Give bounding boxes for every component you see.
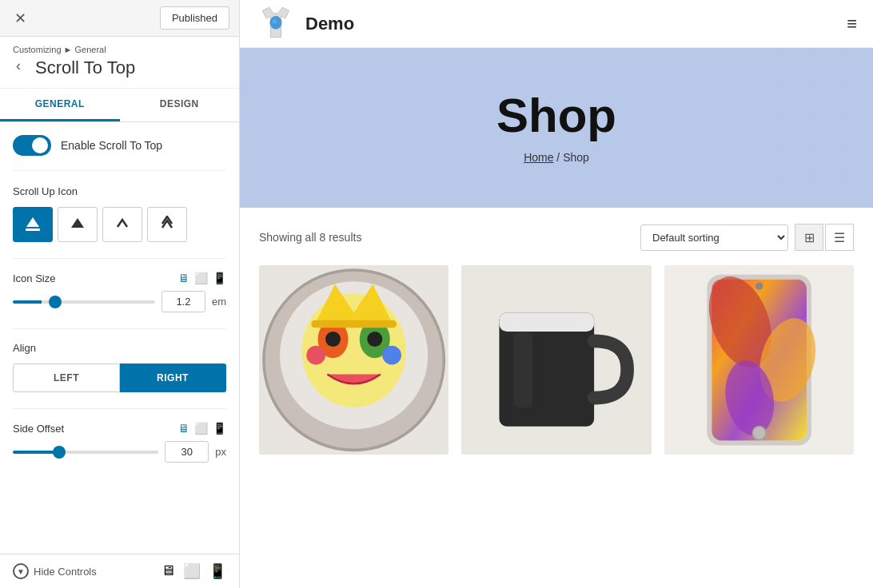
top-bar: ✕ Published — [0, 0, 239, 37]
view-toggle: ⊞ ☰ — [795, 224, 854, 251]
align-left-button[interactable]: LEFT — [13, 364, 120, 392]
icon-buttons-group — [13, 207, 226, 242]
tab-general[interactable]: GENERAL — [0, 89, 120, 121]
svg-marker-1 — [26, 217, 39, 227]
svg-rect-17 — [500, 312, 595, 332]
side-offset-slider[interactable] — [13, 451, 158, 454]
icon-button-2[interactable] — [58, 207, 98, 242]
shop-breadcrumb: Home / Shop — [524, 151, 589, 164]
svg-point-25 — [752, 427, 766, 440]
products-grid — [259, 265, 854, 455]
mobile-icon-size[interactable]: 📱 — [213, 272, 226, 284]
enable-scroll-toggle[interactable] — [13, 135, 51, 156]
device-icons-offset: 🖥 ⬜ 📱 — [178, 422, 226, 435]
panel-title: Scroll To Top — [35, 58, 226, 78]
tablet-icon-size[interactable]: ⬜ — [194, 272, 208, 284]
list-view-button[interactable]: ☰ — [825, 224, 854, 251]
divider-2 — [13, 328, 226, 329]
breadcrumb: Customizing ► General — [13, 45, 226, 54]
back-button[interactable]: ‹ — [16, 58, 21, 74]
bottom-bar: ▼ Hide Controls 🖥 ⬜ 📱 — [0, 554, 239, 588]
side-offset-label: Side Offset — [13, 423, 64, 435]
product-image-case — [664, 265, 854, 455]
scroll-icon-section-label: Scroll Up Icon — [13, 185, 226, 197]
product-image-mug — [461, 265, 651, 455]
right-panel: Demo ≡ Shop Home / Shop Showing all 8 re… — [240, 0, 873, 588]
preview-topbar: Demo ≡ — [240, 0, 873, 48]
breadcrumb-separator: / — [553, 151, 563, 164]
svg-rect-0 — [26, 228, 40, 231]
grid-view-button[interactable]: ⊞ — [795, 224, 823, 251]
product-card-2 — [461, 265, 651, 455]
icon-button-4[interactable] — [147, 207, 187, 242]
results-count: Showing all 8 results — [259, 231, 361, 244]
products-toolbar: Showing all 8 results Default sorting So… — [259, 224, 854, 251]
icon-size-row: Icon Size 🖥 ⬜ 📱 — [13, 272, 226, 284]
product-card-1 — [259, 265, 448, 455]
hide-controls-label: Hide Controls — [34, 566, 97, 578]
enable-toggle-row: Enable Scroll To Top — [13, 135, 226, 171]
svg-point-11 — [367, 332, 382, 347]
align-right-button[interactable]: RIGHT — [120, 364, 226, 392]
shop-hero-title: Shop — [496, 92, 616, 140]
hide-controls-button[interactable]: ▼ Hide Controls — [13, 563, 97, 579]
logo-icon — [256, 4, 296, 44]
device-icons-size: 🖥 ⬜ 📱 — [178, 272, 226, 284]
divider-3 — [13, 408, 226, 409]
desktop-icon-offset[interactable]: 🖥 — [178, 422, 189, 435]
svg-point-26 — [755, 282, 763, 289]
desktop-bar-icon[interactable]: 🖥 — [161, 562, 175, 580]
side-offset-row: Side Offset 🖥 ⬜ 📱 — [13, 422, 226, 435]
svg-rect-13 — [311, 320, 397, 328]
tabs-bar: GENERAL DESIGN — [0, 89, 239, 122]
divider-1 — [13, 258, 226, 259]
icon-size-unit: em — [212, 296, 226, 308]
icon-size-slider-row: 1.2 em — [13, 291, 226, 312]
products-area: Showing all 8 results Default sorting So… — [240, 208, 873, 588]
svg-point-10 — [325, 332, 341, 347]
enable-scroll-label: Enable Scroll To Top — [61, 139, 162, 152]
product-card-3 — [664, 265, 854, 455]
icon-size-label: Icon Size — [13, 272, 55, 284]
breadcrumb-current: Shop — [563, 151, 589, 164]
side-offset-input[interactable]: 30 — [165, 441, 209, 463]
svg-marker-2 — [71, 218, 84, 228]
shop-hero: Shop Home / Shop — [240, 48, 873, 208]
mobile-bar-icon[interactable]: 📱 — [209, 562, 226, 580]
panel-header: Customizing ► General ‹ Scroll To Top — [0, 37, 239, 89]
align-buttons: LEFT RIGHT — [13, 364, 226, 392]
svg-point-4 — [273, 19, 277, 23]
logo-area: Demo — [256, 4, 354, 44]
desktop-icon-size[interactable]: 🖥 — [178, 272, 189, 284]
device-bar-icons: 🖥 ⬜ 📱 — [161, 562, 226, 580]
tab-design[interactable]: DESIGN — [120, 89, 240, 121]
hide-controls-icon: ▼ — [13, 563, 29, 579]
panel-content: Enable Scroll To Top Scroll Up Icon — [0, 122, 239, 554]
icon-size-input[interactable]: 1.2 — [161, 291, 205, 312]
side-offset-slider-row: 30 px — [13, 441, 226, 463]
icon-button-3[interactable] — [102, 207, 142, 242]
tablet-bar-icon[interactable]: ⬜ — [183, 562, 201, 580]
svg-point-14 — [306, 346, 325, 365]
svg-point-15 — [382, 346, 401, 365]
tablet-icon-offset[interactable]: ⬜ — [194, 422, 208, 435]
published-button[interactable]: Published — [160, 6, 229, 30]
icon-size-slider[interactable] — [13, 300, 155, 304]
sort-select[interactable]: Default sorting Sort by popularity Sort … — [640, 224, 788, 251]
hamburger-menu-icon[interactable]: ≡ — [847, 14, 857, 34]
svg-rect-18 — [514, 332, 533, 407]
left-panel: ✕ Published Customizing ► General ‹ Scro… — [0, 0, 240, 588]
product-image-badge — [259, 265, 448, 455]
site-title: Demo — [305, 14, 354, 34]
sort-area: Default sorting Sort by popularity Sort … — [640, 224, 854, 251]
close-button[interactable]: ✕ — [10, 6, 31, 30]
mobile-icon-offset[interactable]: 📱 — [213, 422, 226, 435]
side-offset-unit: px — [215, 446, 226, 458]
breadcrumb-home-link[interactable]: Home — [524, 151, 553, 164]
icon-button-1[interactable] — [13, 207, 53, 242]
align-label: Align — [13, 342, 226, 354]
